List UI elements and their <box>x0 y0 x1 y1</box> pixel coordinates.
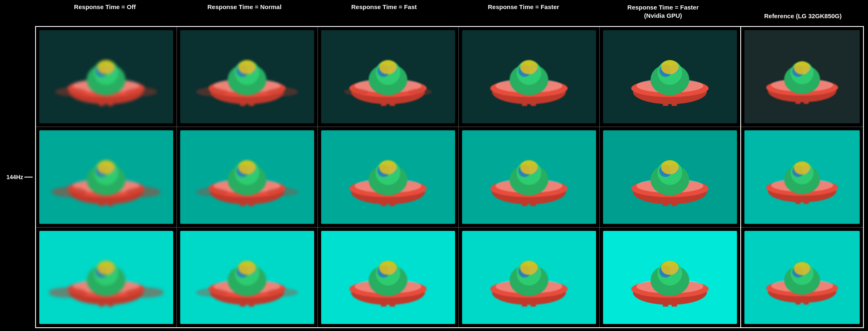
svg-rect-143 <box>672 97 677 106</box>
svg-rect-183 <box>804 196 808 204</box>
svg-point-79 <box>379 60 397 74</box>
svg-rect-163 <box>672 297 677 306</box>
svg-rect-57 <box>249 197 254 206</box>
hz-label: 144Hz <box>4 26 35 328</box>
svg-point-101 <box>379 261 397 275</box>
svg-point-67 <box>238 261 256 275</box>
svg-rect-8 <box>99 97 105 106</box>
col-off <box>36 27 177 327</box>
svg-point-35 <box>126 287 163 298</box>
svg-point-82 <box>344 88 369 95</box>
svg-rect-192 <box>796 296 801 305</box>
svg-rect-92 <box>381 197 386 206</box>
svg-point-111 <box>520 60 538 74</box>
svg-point-121 <box>520 161 538 175</box>
cell-off-bright <box>36 228 176 327</box>
svg-point-171 <box>794 61 811 74</box>
svg-point-131 <box>520 261 538 275</box>
svg-rect-173 <box>804 96 808 104</box>
svg-point-151 <box>661 161 679 175</box>
svg-rect-182 <box>796 196 801 204</box>
svg-rect-172 <box>796 96 801 104</box>
cell-nvidia-mid <box>600 127 740 227</box>
svg-rect-69 <box>249 297 254 306</box>
svg-point-55 <box>238 161 256 175</box>
header-col6: Reference (LG 32GK850G) <box>742 12 864 23</box>
cell-off-mid <box>36 127 176 227</box>
svg-rect-133 <box>531 297 536 306</box>
svg-rect-122 <box>522 197 527 206</box>
svg-rect-9 <box>108 97 113 106</box>
col-reference <box>741 27 863 327</box>
svg-rect-102 <box>381 297 386 306</box>
cell-ref-bright <box>741 228 863 327</box>
header-col2: Response Time = Normal <box>175 3 315 23</box>
svg-point-141 <box>661 60 679 74</box>
svg-point-58 <box>196 188 228 197</box>
svg-rect-152 <box>663 197 668 206</box>
col-faster <box>459 27 600 327</box>
svg-point-59 <box>267 188 298 197</box>
cell-nvidia-bright <box>600 228 740 327</box>
col-fast <box>318 27 459 327</box>
svg-point-91 <box>379 161 397 175</box>
svg-rect-32 <box>99 297 105 306</box>
svg-point-161 <box>661 261 679 275</box>
cell-fast-bright <box>318 228 458 327</box>
svg-rect-20 <box>99 197 105 206</box>
svg-rect-21 <box>108 197 113 206</box>
svg-point-7 <box>98 60 115 74</box>
svg-rect-33 <box>108 297 113 306</box>
cell-faster-mid <box>459 127 599 227</box>
cell-normal-bright <box>177 228 317 327</box>
svg-point-23 <box>126 187 161 197</box>
svg-rect-93 <box>390 197 395 206</box>
svg-point-10 <box>55 87 87 96</box>
svg-point-47 <box>267 87 298 96</box>
svg-rect-153 <box>672 197 677 206</box>
cell-ref-mid <box>741 127 863 227</box>
svg-point-191 <box>794 262 811 275</box>
cell-off-dark <box>36 27 176 127</box>
svg-point-19 <box>98 161 115 175</box>
cell-faster-dark <box>459 27 599 127</box>
header-col5: Response Time = Faster(Nvidia GPU) <box>593 3 733 23</box>
header-col1: Response Time = Off <box>35 3 175 23</box>
svg-rect-193 <box>804 296 808 305</box>
svg-rect-103 <box>390 297 395 306</box>
svg-rect-56 <box>240 197 246 206</box>
svg-point-83 <box>408 88 432 95</box>
header-col3: Response Time = Fast <box>314 3 454 23</box>
cell-fast-mid <box>318 127 458 227</box>
svg-point-181 <box>794 161 811 175</box>
header-col4: Response Time = Faster <box>454 3 594 23</box>
svg-rect-81 <box>390 97 395 106</box>
cell-nvidia-dark <box>600 27 740 127</box>
svg-point-70 <box>196 288 228 297</box>
svg-point-31 <box>98 261 115 275</box>
svg-rect-113 <box>531 97 536 106</box>
svg-point-71 <box>267 288 298 297</box>
cell-normal-dark <box>177 27 317 127</box>
svg-rect-142 <box>663 97 668 106</box>
cell-normal-mid <box>177 127 317 227</box>
svg-rect-80 <box>381 97 386 106</box>
svg-rect-68 <box>240 297 246 306</box>
cell-ref-dark <box>741 27 863 127</box>
col-normal <box>177 27 318 327</box>
svg-point-11 <box>126 87 157 96</box>
svg-point-22 <box>52 187 87 197</box>
svg-rect-132 <box>522 297 527 306</box>
svg-rect-123 <box>531 197 536 206</box>
cell-faster-bright <box>459 228 599 327</box>
cell-fast-dark <box>318 27 458 127</box>
svg-point-46 <box>196 87 228 96</box>
svg-rect-44 <box>240 97 246 106</box>
col-faster-nvidia <box>600 27 740 327</box>
svg-rect-112 <box>522 97 527 106</box>
svg-point-34 <box>49 287 87 298</box>
svg-rect-45 <box>249 97 254 106</box>
svg-point-43 <box>238 60 256 74</box>
svg-rect-162 <box>663 297 668 306</box>
